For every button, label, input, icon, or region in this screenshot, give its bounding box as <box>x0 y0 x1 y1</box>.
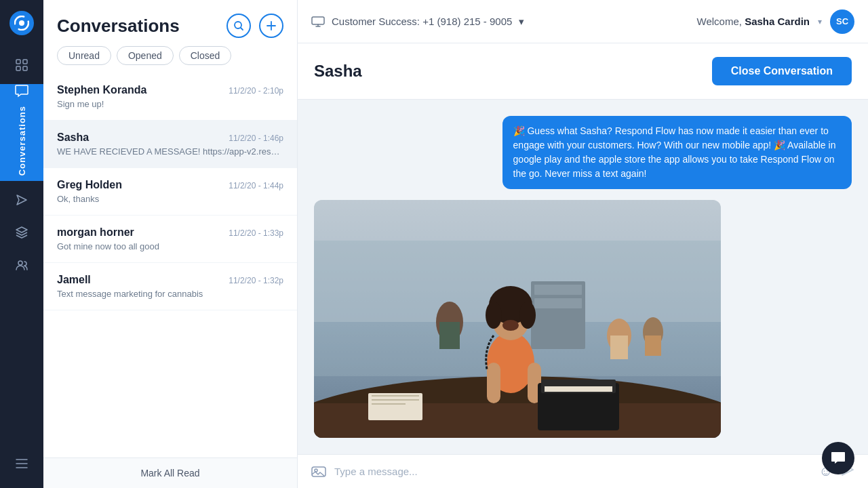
svg-rect-35 <box>372 395 419 396</box>
welcome-text: Welcome, Sasha Cardin <box>697 16 810 27</box>
svg-rect-8 <box>312 17 324 24</box>
chat-input-bar: ☺ <box>298 454 868 488</box>
sidebar-title: Conversations <box>57 16 218 37</box>
svg-rect-29 <box>545 386 612 392</box>
nav-layers[interactable] <box>8 219 35 246</box>
nav-send[interactable] <box>8 186 35 214</box>
conversation-item[interactable]: Greg Holden 11/2/20 - 1:44p Ok, thanks <box>43 168 297 216</box>
message-preview: WE HAVE RECIEVED A MESSAGE! https://app-… <box>57 146 283 157</box>
message-time: 11/2/20 - 1:46p <box>229 134 283 143</box>
mark-all-read-button[interactable]: Mark All Read <box>43 458 297 488</box>
filter-tabs: Unread Opened Closed <box>43 46 297 73</box>
outbound-message: 🎉 Guess what Sasha? Respond Flow has now… <box>502 116 852 189</box>
svg-point-23 <box>519 302 536 329</box>
user-avatar[interactable]: SC <box>830 9 854 34</box>
office-image <box>314 200 721 438</box>
message-image <box>314 200 721 438</box>
svg-rect-16 <box>534 298 582 308</box>
monitor-icon <box>311 16 325 27</box>
svg-rect-34 <box>368 393 422 420</box>
channel-info: Customer Success: +1 (918) 215 - 9005 ▾ <box>311 16 524 28</box>
left-navigation: Conversations <box>0 0 43 488</box>
close-conversation-button[interactable]: Close Conversation <box>712 57 852 85</box>
chat-widget-button[interactable] <box>822 442 854 474</box>
filter-opened[interactable]: Opened <box>117 46 174 65</box>
sidebar-header: Conversations <box>43 0 297 46</box>
svg-rect-3 <box>23 60 27 64</box>
search-button[interactable] <box>226 14 251 38</box>
message-time: 11/2/20 - 1:44p <box>229 181 283 190</box>
conversation-item[interactable]: Jamell 11/2/20 - 1:32p Text message mark… <box>43 263 297 310</box>
nav-grid[interactable] <box>8 52 35 79</box>
contact-name: Greg Holden <box>57 179 122 191</box>
chat-header: Sasha Close Conversation <box>298 43 868 100</box>
svg-point-6 <box>18 261 22 265</box>
nav-users[interactable] <box>8 251 35 279</box>
chat-messages: 🎉 Guess what Sasha? Respond Flow has now… <box>298 100 868 454</box>
chat-contact-name: Sasha <box>314 62 362 81</box>
svg-rect-36 <box>372 399 419 401</box>
conversation-item[interactable]: Stephen Koranda 11/2/20 - 2:10p Sign me … <box>43 73 297 121</box>
contact-name: Stephen Koranda <box>57 84 146 96</box>
message-time: 11/2/20 - 1:32p <box>229 276 283 285</box>
user-info: Welcome, Sasha Cardin ▾ SC <box>697 9 854 34</box>
svg-rect-15 <box>534 285 582 295</box>
svg-rect-4 <box>16 66 20 70</box>
conversations-sidebar: Conversations Unread Opened Closed Steph… <box>43 0 298 488</box>
filter-closed[interactable]: Closed <box>179 46 232 65</box>
conversation-item[interactable]: morgan horner 11/2/20 - 1:33p Got mine n… <box>43 216 297 263</box>
nav-menu[interactable] <box>8 450 35 477</box>
svg-rect-5 <box>23 66 27 70</box>
message-time: 11/2/20 - 2:10p <box>229 86 283 96</box>
image-attach-icon[interactable] <box>311 464 326 479</box>
message-preview: Sign me up! <box>57 99 283 109</box>
user-chevron: ▾ <box>818 17 822 26</box>
filter-unread[interactable]: Unread <box>57 46 111 65</box>
svg-rect-2 <box>16 60 20 64</box>
contact-name: Jamell <box>57 274 91 286</box>
message-preview: Got mine now too all good <box>57 241 283 251</box>
message-preview: Text message marketing for cannabis <box>57 289 283 299</box>
app-logo[interactable] <box>9 11 34 35</box>
nav-conversations[interactable]: Conversations <box>0 84 43 181</box>
contact-name: morgan horner <box>57 226 134 239</box>
svg-rect-37 <box>372 403 406 405</box>
message-time: 11/2/20 - 1:33p <box>229 228 283 238</box>
svg-point-22 <box>486 302 502 329</box>
svg-point-24 <box>502 320 519 331</box>
channel-name: Customer Success: +1 (918) 215 - 9005 <box>332 16 512 27</box>
nav-conversations-label: Conversations <box>14 100 30 181</box>
main-content: Customer Success: +1 (918) 215 - 9005 ▾ … <box>298 0 868 488</box>
svg-point-1 <box>19 20 24 26</box>
channel-chevron: ▾ <box>519 16 524 28</box>
conversation-list: Stephen Koranda 11/2/20 - 2:10p Sign me … <box>43 73 297 458</box>
top-bar: Customer Success: +1 (918) 215 - 9005 ▾ … <box>298 0 868 43</box>
svg-rect-13 <box>439 322 460 349</box>
conversation-item[interactable]: Sasha 11/2/20 - 1:46p WE HAVE RECIEVED A… <box>43 121 297 168</box>
svg-rect-33 <box>645 336 661 356</box>
svg-rect-31 <box>610 336 628 359</box>
message-input[interactable] <box>334 466 811 477</box>
add-conversation-button[interactable] <box>259 14 283 38</box>
message-preview: Ok, thanks <box>57 194 283 204</box>
svg-rect-25 <box>487 363 500 403</box>
contact-name: Sasha <box>57 131 89 144</box>
